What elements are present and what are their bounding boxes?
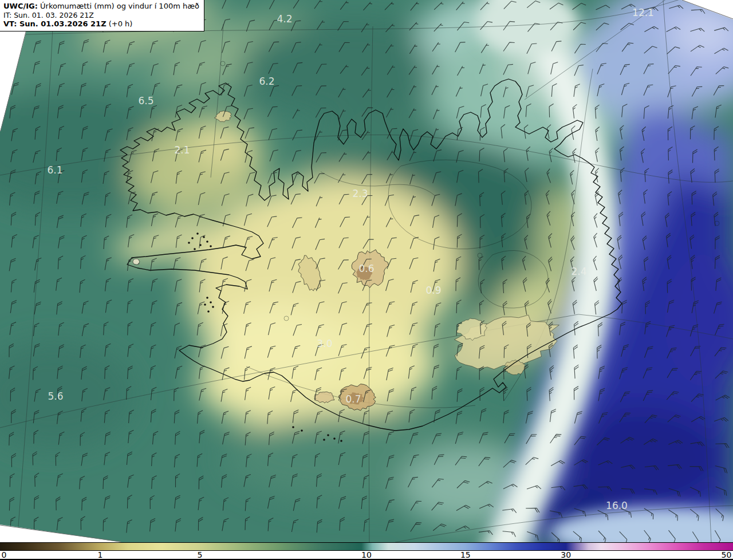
islet	[333, 437, 336, 440]
product-name: Úrkomumætti (mm) og vindur í 100m hæð	[38, 2, 199, 10]
islet	[191, 237, 194, 239]
precip-value-label: 0.6	[358, 263, 374, 274]
title-box: UWC/IG: Úrkomumætti (mm) og vindur í 100…	[0, 0, 204, 31]
islet	[204, 303, 206, 306]
islet	[206, 297, 208, 299]
colorbar-tick-1: 1	[98, 551, 103, 559]
precip-value-label: 6.2	[259, 76, 274, 87]
precip-value-label: 2.1	[174, 144, 190, 156]
precip-value-label: 0.9	[425, 285, 441, 296]
model-name: UWC/IG:	[3, 2, 38, 10]
precip-value-label: 3.0	[317, 338, 332, 349]
precip-value-label: 4.2	[277, 13, 292, 25]
colorbar-tick-5: 5	[198, 551, 203, 559]
forecast-offset: (+0 h)	[107, 19, 133, 28]
colorbar-tick-30: 30	[561, 551, 571, 559]
islet	[188, 242, 190, 244]
islet	[212, 306, 214, 308]
init-time: IT: Sun. 01. 03. 2026 21Z	[3, 11, 199, 19]
map-canvas: 4.212.16.26.52.16.12.30.62.40.93.05.60.7…	[0, 0, 733, 542]
colorbar-tick-0: 0	[2, 551, 7, 559]
colorbar-tick-15: 15	[460, 551, 471, 559]
precip-value-label: 16.0	[606, 500, 628, 511]
islet	[194, 248, 196, 250]
precip-value-label: 6.5	[138, 95, 153, 107]
precip-value-label: 0.7	[345, 393, 361, 405]
valid-time: VT: Sun. 01.03.2026 21Z (+0 h)	[3, 19, 199, 29]
islet	[207, 310, 210, 313]
islet	[292, 426, 294, 428]
islet	[196, 232, 199, 235]
islet	[340, 440, 342, 442]
product-title: UWC/IG: Úrkomumætti (mm) og vindur í 100…	[3, 2, 199, 11]
precip-value-label: 6.1	[47, 164, 62, 176]
valid-time-bold: VT: Sun. 01.03.2026 21Z	[3, 19, 107, 28]
colorbar-gradient	[0, 542, 733, 551]
islet	[301, 429, 303, 432]
islet	[210, 245, 212, 247]
colorbar-tick-10: 10	[361, 551, 372, 559]
weather-map-screenshot: 4.212.16.26.52.16.12.30.62.40.93.05.60.7…	[0, 0, 733, 560]
islet	[210, 301, 212, 303]
islet	[323, 439, 325, 441]
islet	[206, 240, 208, 243]
precip-value-label: 5.6	[48, 391, 63, 402]
colorbar-tick-labels: 01510153050	[0, 551, 733, 560]
precip-value-label: 2.3	[352, 188, 368, 199]
islet	[327, 434, 329, 436]
colorbar-tick-50: 50	[722, 551, 732, 559]
precip-value-label: 12.1	[632, 7, 654, 18]
precip-value-label: 2.4	[571, 266, 586, 277]
